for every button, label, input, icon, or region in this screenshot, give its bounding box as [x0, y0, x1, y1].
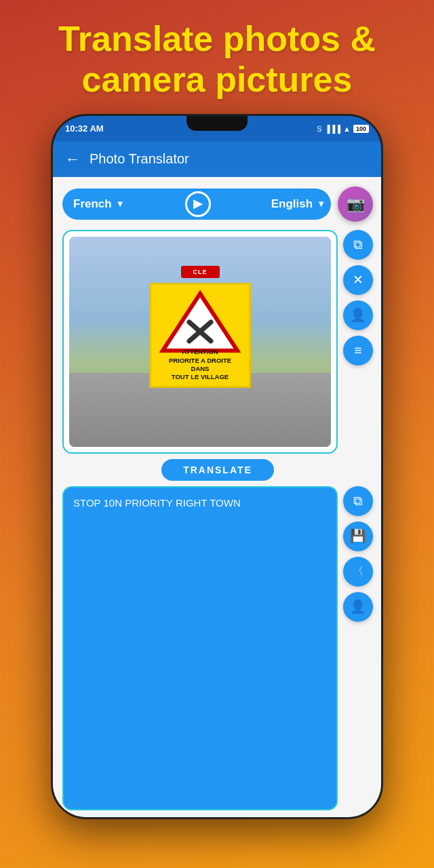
speaker-output-icon: 👤 — [350, 599, 366, 614]
source-lang-label: French — [73, 197, 112, 211]
list-button[interactable]: ≡ — [343, 336, 373, 366]
image-section: CLE ATTENTIONPRIORITE A DROITEDANSTOUT L… — [62, 230, 373, 454]
image-side-buttons: ⧉ ✕ 👤 ≡ — [343, 230, 373, 454]
road-sign-image: CLE ATTENTIONPRIORITE A DROITEDANSTOUT L… — [69, 237, 331, 447]
battery-icon: 100 — [353, 125, 369, 133]
copy-output-icon: ⧉ — [353, 494, 363, 509]
target-lang[interactable]: English ▼ — [271, 197, 326, 211]
translate-button[interactable]: TRANSLATE — [161, 459, 274, 481]
language-row: French ▼ ▶ English ▼ 📷 — [62, 186, 373, 222]
delete-image-button[interactable]: ✕ — [343, 265, 373, 295]
app-title: Photo Translator — [90, 151, 189, 167]
wifi-icon: ▲ — [343, 125, 351, 133]
target-lang-label: English — [271, 197, 313, 211]
phone-shell: 10:32 AM S ▐▐▐ ▲ 100 ← Photo Translator … — [51, 114, 383, 819]
speaker-icon: 👤 — [350, 307, 366, 323]
output-card: STOP 10N PRIORITY RIGHT TOWN — [62, 486, 338, 810]
copy-output-button[interactable]: ⧉ — [343, 486, 373, 516]
share-icon: 〈 — [353, 564, 363, 578]
signal-icon: S — [317, 125, 321, 133]
camera-icon: 📷 — [347, 195, 365, 213]
status-time: 10:32 AM — [65, 123, 104, 134]
yellow-warning-sign: ATTENTIONPRIORITE A DROITEDANSTOUT LE VI… — [149, 283, 251, 388]
copy-icon: ⧉ — [353, 237, 363, 252]
save-button[interactable]: 💾 — [343, 521, 373, 551]
camera-button[interactable]: 📷 — [338, 186, 373, 222]
copy-image-button[interactable]: ⧉ — [343, 230, 373, 260]
output-section: STOP 10N PRIORITY RIGHT TOWN ⧉ 💾 〈 👤 — [62, 486, 373, 810]
translated-text: STOP 10N PRIORITY RIGHT TOWN — [73, 497, 241, 509]
svg-marker-0 — [163, 294, 237, 351]
sign-text: ATTENTIONPRIORITE A DROITEDANSTOUT LE VI… — [169, 348, 231, 381]
image-card: CLE ATTENTIONPRIORITE A DROITEDANSTOUT L… — [62, 230, 338, 454]
save-icon: 💾 — [350, 528, 366, 544]
translate-button-row: TRANSLATE — [161, 459, 274, 481]
back-button[interactable]: ← — [65, 151, 80, 168]
triangle-icon — [159, 288, 241, 356]
notch — [186, 116, 248, 131]
banner-title: Translate photos &camera pictures — [31, 0, 403, 114]
screen-content: French ▼ ▶ English ▼ 📷 — [53, 177, 381, 817]
output-side-buttons: ⧉ 💾 〈 👤 — [343, 486, 373, 810]
app-bar: ← Photo Translator — [53, 142, 381, 177]
status-icons: S ▐▐▐ ▲ 100 — [317, 125, 369, 133]
share-button[interactable]: 〈 — [343, 557, 373, 587]
speaker-image-button[interactable]: 👤 — [343, 300, 373, 330]
target-lang-dropdown-icon: ▼ — [317, 199, 326, 209]
network-icon: ▐▐▐ — [325, 125, 340, 133]
list-icon: ≡ — [354, 343, 361, 358]
red-sign: CLE — [181, 266, 220, 278]
speaker-output-button[interactable]: 👤 — [343, 592, 373, 622]
source-lang[interactable]: French ▼ — [73, 197, 125, 211]
delete-icon: ✕ — [353, 272, 363, 288]
language-selector: French ▼ ▶ English ▼ — [62, 189, 331, 220]
swap-icon: ▶ — [193, 197, 202, 211]
swap-languages-button[interactable]: ▶ — [185, 191, 211, 217]
source-lang-dropdown-icon: ▼ — [116, 199, 125, 209]
